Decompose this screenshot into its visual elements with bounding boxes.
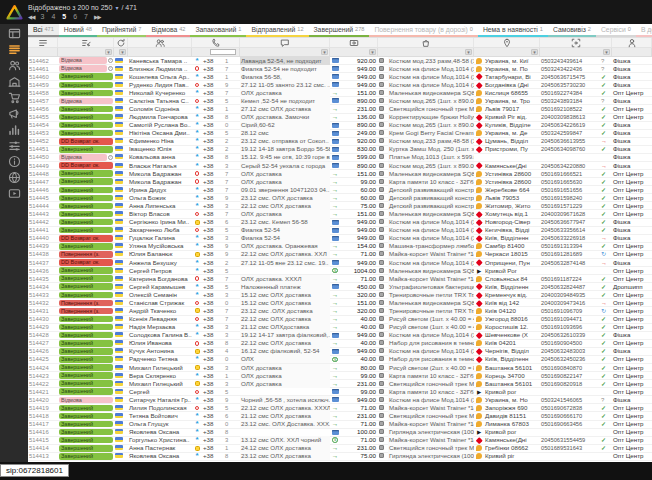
kyivstar-icon: * bbox=[192, 186, 202, 194]
tab-2[interactable]: Новий48 bbox=[59, 24, 97, 37]
track-status-icon: ✓ bbox=[600, 339, 612, 347]
product-image-icon bbox=[379, 324, 384, 329]
phone-filter-input[interactable] bbox=[210, 49, 236, 55]
cash-on-delivery-icon: → bbox=[330, 210, 340, 218]
tab-9[interactable]: Нема в наявності1 bbox=[478, 24, 548, 37]
product-image-icon bbox=[379, 389, 384, 394]
product-name: Костюм на флисе Мод.1014 (1ш bbox=[388, 65, 474, 73]
orders-icon[interactable] bbox=[3, 43, 25, 56]
product-name: Гирлянда электрическая (100 л bbox=[388, 452, 474, 460]
tab-8[interactable]: Повернення товару (в дорозі)0 bbox=[369, 24, 478, 37]
page-4[interactable]: 4 bbox=[50, 13, 56, 21]
product-name: Костюм на флисе Мод.1014 (1ш bbox=[388, 81, 474, 89]
comment-text: ОЛХ bbox=[240, 355, 330, 363]
filter-dropdown-icon[interactable]: ▾ bbox=[105, 49, 112, 55]
order-id: 514459 bbox=[28, 81, 58, 89]
tab-11[interactable]: Сервіси0 bbox=[596, 24, 636, 37]
order-row-514413[interactable]: 514413ЗавершенийЯковлева Оксана*+38823.1… bbox=[28, 453, 652, 461]
filter-dropdown-icon[interactable]: ▾ bbox=[603, 49, 610, 55]
product-image-icon bbox=[379, 114, 384, 119]
filter-cell-6: ▾ bbox=[240, 48, 330, 56]
product-thumb bbox=[378, 428, 388, 436]
flag-cell bbox=[114, 218, 128, 226]
status-badge: Відмова bbox=[59, 65, 107, 72]
track-status-icon: ✓ bbox=[600, 315, 612, 323]
order-id: 514453 bbox=[28, 129, 58, 137]
filter-dropdown-icon[interactable]: ▾ bbox=[465, 49, 472, 55]
page-3[interactable]: 3 bbox=[39, 13, 45, 21]
kyivstar-icon: * bbox=[192, 121, 202, 129]
source-label: Опт Центр bbox=[612, 291, 652, 299]
tab-7[interactable]: Завершений278 bbox=[309, 24, 370, 37]
tracking-number: 20450633226918 bbox=[540, 234, 600, 242]
product-name: Маленькая видеокамера SQ8 * bbox=[388, 267, 474, 275]
delivery-address: Баштанка 56101 bbox=[484, 364, 540, 372]
filter-dropdown-icon[interactable]: ▾ bbox=[531, 49, 538, 55]
last-page-icon[interactable]: ▶▶ bbox=[94, 13, 100, 21]
customers-icon[interactable] bbox=[3, 59, 25, 72]
product-image-icon bbox=[379, 365, 384, 370]
customer-name: Солодкова Галина В.. bbox=[128, 331, 192, 339]
info-icon[interactable] bbox=[3, 155, 25, 168]
comment-icon[interactable] bbox=[240, 38, 330, 47]
tab-4[interactable]: Відмова42 bbox=[146, 24, 190, 37]
status-icon[interactable] bbox=[58, 38, 114, 47]
novaposhta-icon bbox=[474, 234, 484, 242]
marketing-icon[interactable] bbox=[3, 107, 25, 120]
filter-dropdown-icon[interactable]: ▾ bbox=[119, 49, 126, 55]
card-icon bbox=[330, 226, 340, 234]
page-6[interactable]: 6 bbox=[72, 13, 78, 21]
page-5[interactable]: 5 bbox=[61, 13, 67, 21]
source-label: Опт Центр bbox=[612, 267, 652, 275]
qty-value: 3 bbox=[224, 364, 240, 372]
ukraine-flag-icon bbox=[115, 106, 123, 111]
app-logo[interactable] bbox=[0, 0, 28, 24]
delivery-address: Камянське(Дні bbox=[484, 436, 540, 444]
product-thumb bbox=[378, 129, 388, 137]
first-page-icon[interactable]: ◀◀ bbox=[28, 13, 34, 21]
tab-label: Відправлений bbox=[251, 26, 295, 33]
product-name: Детский развивающий констру bbox=[388, 194, 474, 202]
novaposhta-icon bbox=[474, 347, 484, 355]
source-label: Опт Центр bbox=[612, 170, 652, 178]
tracking-number: 20450632874148 bbox=[540, 259, 600, 267]
flag-cell bbox=[114, 291, 128, 299]
track-status-icon: ✓ bbox=[600, 105, 612, 113]
tracking-icon[interactable] bbox=[540, 38, 612, 47]
track-status-icon: ✓ bbox=[600, 81, 612, 89]
manager-icon[interactable] bbox=[612, 38, 652, 47]
filter-dropdown-icon[interactable]: ▾ bbox=[321, 49, 328, 55]
phone-icon[interactable] bbox=[192, 38, 240, 47]
company-icon[interactable] bbox=[3, 75, 25, 88]
tab-3[interactable]: Прийнятий7 bbox=[97, 24, 147, 37]
tab-10[interactable]: Самовивіз2 bbox=[548, 24, 596, 37]
customer-name: Іващенко Юлія bbox=[128, 145, 192, 153]
location-icon[interactable] bbox=[474, 38, 540, 47]
flag-cell bbox=[114, 89, 128, 97]
tab-6[interactable]: Відправлений12 bbox=[246, 24, 308, 37]
refresh-icon[interactable] bbox=[114, 38, 128, 47]
package-icon[interactable] bbox=[378, 38, 474, 47]
products-icon[interactable] bbox=[3, 91, 25, 104]
settings-icon[interactable] bbox=[3, 139, 25, 152]
tab-1[interactable]: Всі471 bbox=[28, 24, 59, 37]
page-7[interactable]: 7 bbox=[83, 13, 89, 21]
ukraine-flag-icon bbox=[115, 195, 123, 200]
order-total: 99.00 bbox=[340, 372, 378, 380]
tab-5[interactable]: Запакований1 bbox=[190, 24, 246, 37]
ukraine-flag-icon bbox=[115, 292, 123, 297]
tab-label: Самовивіз bbox=[553, 26, 586, 33]
dashboard-icon[interactable] bbox=[3, 27, 25, 40]
comment-text: 22.12 смс ОЛХ доставка bbox=[240, 202, 330, 210]
web-icon[interactable] bbox=[3, 171, 25, 184]
customer-icon[interactable] bbox=[128, 38, 192, 47]
money-icon[interactable] bbox=[330, 38, 378, 47]
filter-dropdown-icon[interactable]: ▾ bbox=[369, 49, 376, 55]
tab-12[interactable]: В дорозі додому0 bbox=[636, 24, 652, 37]
stats-icon[interactable] bbox=[3, 123, 25, 136]
per-page-caret-icon[interactable]: ▾ bbox=[115, 4, 118, 12]
id-icon[interactable] bbox=[28, 38, 58, 47]
product-name: Маленькая видеокамера SQ8 * bbox=[388, 89, 474, 97]
video-icon[interactable] bbox=[3, 187, 25, 200]
qty-value: 4 bbox=[224, 347, 240, 355]
